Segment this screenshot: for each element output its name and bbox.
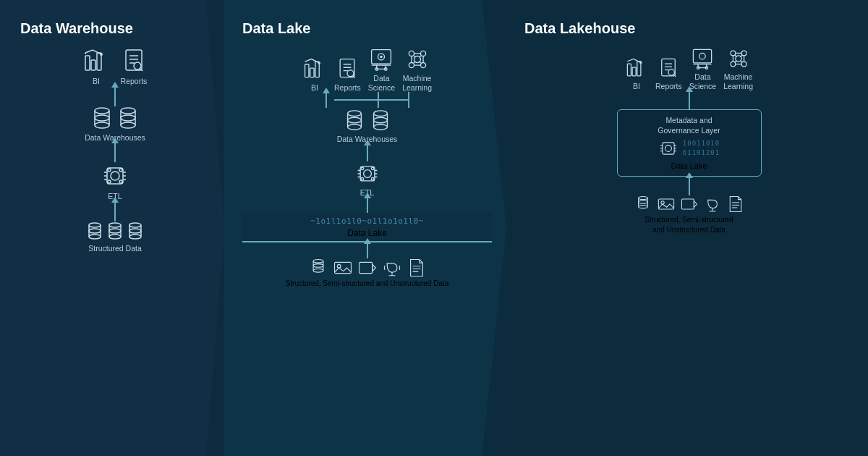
lake-hline xyxy=(334,99,378,101)
lake-arr-etl xyxy=(367,197,368,213)
svg-point-69 xyxy=(409,62,414,67)
svg-rect-0 xyxy=(85,56,90,70)
lake-arr-dw xyxy=(367,144,368,161)
lake-etl-icon xyxy=(355,161,380,186)
warehouse-etl-node: ETL xyxy=(101,162,129,201)
lake-bottom-icons xyxy=(309,258,426,277)
lh-ds-icon xyxy=(691,47,714,70)
lake-bi-icon xyxy=(302,56,327,81)
bi-icon xyxy=(82,47,110,75)
lake-reports-label: Reports xyxy=(334,83,361,93)
db-small-3 xyxy=(127,221,143,242)
svg-point-22 xyxy=(111,172,119,180)
lh-datalake-label: Data Lake xyxy=(671,161,707,170)
warehouse-arrow-3 xyxy=(114,201,116,221)
lh-governance-title: Metadata andGovernance Layer xyxy=(658,116,720,135)
svg-rect-117 xyxy=(632,67,636,76)
svg-rect-147 xyxy=(663,143,674,154)
lh-bi-label: BI xyxy=(633,82,640,91)
svg-point-46 xyxy=(129,235,141,239)
svg-point-47 xyxy=(129,229,141,233)
panel-warehouse: Data Warehouse BI xyxy=(0,0,224,456)
lake-arr-bi xyxy=(326,92,327,108)
svg-point-148 xyxy=(665,145,671,152)
main-container: Data Warehouse BI xyxy=(0,0,868,456)
svg-point-91 xyxy=(363,169,371,177)
svg-point-14 xyxy=(95,122,109,128)
lh-etl-icon xyxy=(658,138,678,159)
lakehouse-title: Data Lakehouse xyxy=(524,20,854,37)
svg-point-38 xyxy=(109,223,121,227)
svg-point-43 xyxy=(129,223,141,227)
svg-point-89 xyxy=(373,117,387,123)
lake-db2 xyxy=(370,109,391,132)
lake-dw-node: Data Warehouses xyxy=(337,109,398,144)
lake-src-audio xyxy=(383,258,401,277)
lake-bi-cell: BI xyxy=(302,56,327,93)
warehouse-structured-node: Structured Data xyxy=(87,221,143,253)
svg-line-145 xyxy=(735,61,737,63)
warehouse-title: Data Warehouse xyxy=(20,20,210,37)
svg-point-51 xyxy=(318,62,320,64)
svg-point-83 xyxy=(347,124,361,130)
svg-point-119 xyxy=(639,61,642,63)
lh-etl-binary: 10011010 61101201 xyxy=(658,138,720,159)
warehouse-top-icons: BI Reports xyxy=(82,47,148,86)
lh-reports-cell: Reports xyxy=(655,56,682,91)
svg-point-136 xyxy=(731,62,736,67)
svg-point-30 xyxy=(119,169,122,172)
svg-point-66 xyxy=(380,56,383,59)
svg-point-102 xyxy=(313,260,323,263)
svg-rect-126 xyxy=(694,49,712,63)
lh-ml-label: Machine Learning xyxy=(723,72,753,90)
db-small-1 xyxy=(87,221,103,242)
lh-reports-icon xyxy=(657,56,680,80)
svg-rect-162 xyxy=(681,199,694,209)
etl-icon xyxy=(101,162,129,190)
lh-reports-label: Reports xyxy=(655,82,682,91)
svg-point-155 xyxy=(638,197,647,200)
svg-marker-110 xyxy=(372,265,375,271)
svg-point-3 xyxy=(100,53,103,56)
lh-binary-2: 61101201 xyxy=(683,149,720,158)
svg-rect-109 xyxy=(359,263,372,274)
svg-marker-163 xyxy=(694,201,697,207)
lh-bi-icon xyxy=(625,56,648,80)
warehouse-dw-node: Data Warehouses xyxy=(85,106,145,143)
lake-bottom-label: Structured, Semi-structured and Unstruct… xyxy=(286,279,449,287)
lh-src-video xyxy=(681,195,698,213)
lake-hline2 xyxy=(379,99,408,101)
lh-bottom-icons xyxy=(634,195,744,213)
warehouse-structured-label: Structured Data xyxy=(88,244,142,253)
lh-ds-label: Data Science xyxy=(689,72,716,90)
svg-point-135 xyxy=(741,51,746,56)
lake-ds-label: Data Science xyxy=(368,74,395,92)
svg-point-19 xyxy=(121,122,135,128)
lake-connectors xyxy=(242,92,492,108)
warehouse-arrow-1 xyxy=(114,86,116,106)
svg-point-31 xyxy=(108,180,111,183)
svg-point-85 xyxy=(373,111,387,117)
lake-ml-icon xyxy=(405,47,430,72)
svg-point-99 xyxy=(371,167,374,170)
warehouse-diagram: BI Reports xyxy=(20,47,210,444)
svg-point-105 xyxy=(313,269,323,273)
lake-datalake-label: Data Lake xyxy=(347,228,387,238)
warehouse-bi-label: BI xyxy=(93,77,100,86)
lh-src-doc xyxy=(727,195,744,213)
lh-bottom-label: Structured, Semi-structuredand Unstructu… xyxy=(644,215,733,235)
lake-hbar xyxy=(334,92,409,108)
lake-ds-cell: Data Science xyxy=(368,47,395,92)
svg-line-143 xyxy=(735,55,737,57)
lake-src-image xyxy=(333,258,352,277)
lake-bi-label: BI xyxy=(311,83,318,93)
lake-diagram: BI Reports xyxy=(242,47,492,444)
lake-top-icons: BI Reports xyxy=(302,47,432,92)
lake-arr-bottom xyxy=(367,242,368,258)
svg-rect-90 xyxy=(360,166,375,181)
lake-src-doc xyxy=(407,258,426,277)
lakehouse-top-icons: BI Reports xyxy=(625,47,753,90)
svg-point-106 xyxy=(313,264,323,268)
svg-point-101 xyxy=(371,177,374,180)
svg-point-29 xyxy=(108,169,111,172)
